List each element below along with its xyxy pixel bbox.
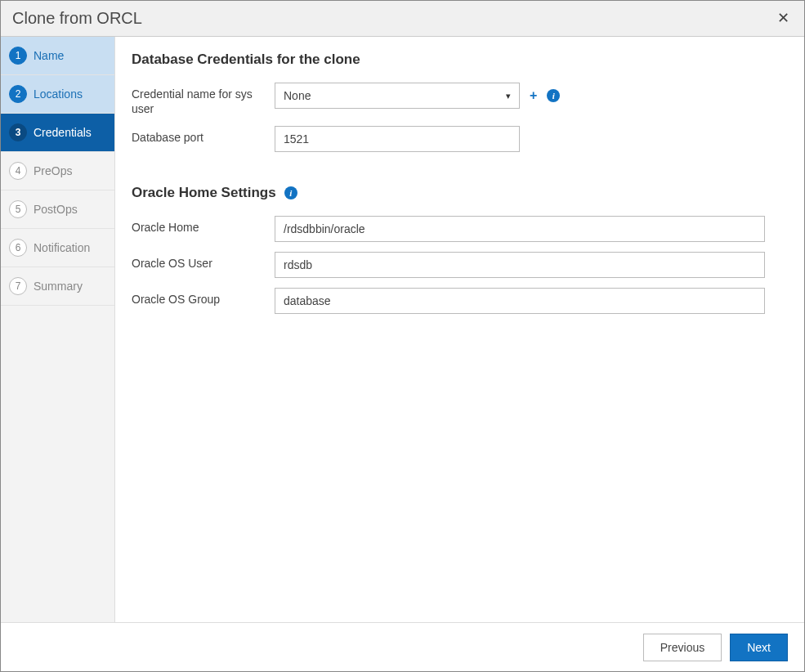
section-title-text: Oracle Home Settings (132, 185, 276, 201)
oracle-os-user-label: Oracle OS User (132, 252, 275, 271)
step-postops[interactable]: 5 PostOps (1, 190, 114, 229)
step-number: 3 (9, 123, 27, 141)
step-number: 1 (9, 47, 27, 65)
db-credentials-heading: Database Credentials for the clone (132, 52, 785, 68)
step-number: 4 (9, 162, 27, 180)
oracle-os-group-label: Oracle OS Group (132, 288, 275, 307)
modal-body: 1 Name 2 Locations 3 Credentials 4 PreOp… (1, 37, 804, 622)
step-label: Name (34, 49, 64, 62)
spacer (132, 162, 785, 185)
credential-name-select[interactable]: None ▾ (275, 83, 520, 109)
step-number: 6 (9, 239, 27, 257)
step-credentials[interactable]: 3 Credentials (1, 114, 114, 152)
next-button[interactable]: Next (730, 634, 788, 661)
clone-wizard-modal: Clone from ORCL ✕ 1 Name 2 Locations 3 C… (0, 0, 805, 672)
database-port-input[interactable] (275, 126, 520, 152)
step-name[interactable]: 1 Name (1, 37, 114, 75)
wizard-sidebar: 1 Name 2 Locations 3 Credentials 4 PreOp… (1, 37, 115, 622)
step-locations[interactable]: 2 Locations (1, 75, 114, 114)
modal-header: Clone from ORCL ✕ (1, 1, 804, 37)
step-label: Credentials (34, 126, 92, 139)
oracle-home-input[interactable] (275, 216, 765, 242)
row-oracle-os-user: Oracle OS User (132, 252, 785, 278)
step-summary[interactable]: 7 Summary (1, 267, 114, 306)
step-label: Locations (34, 87, 83, 101)
step-notification[interactable]: 6 Notification (1, 229, 114, 267)
step-number: 5 (9, 200, 27, 218)
info-icon[interactable]: i (547, 89, 560, 102)
oracle-home-label: Oracle Home (132, 216, 275, 235)
database-port-label: Database port (132, 126, 275, 146)
database-port-controls (275, 126, 520, 152)
close-icon[interactable]: ✕ (772, 6, 794, 30)
chevron-down-icon: ▾ (506, 91, 511, 101)
credential-name-label: Credential name for sys user (132, 83, 275, 116)
wizard-content: Database Credentials for the clone Crede… (115, 37, 804, 622)
add-credential-icon[interactable]: + (530, 88, 537, 103)
step-label: Summary (34, 280, 83, 293)
row-database-port: Database port (132, 126, 785, 152)
row-credential-name: Credential name for sys user None ▾ + i (132, 83, 785, 116)
oracle-os-group-input[interactable] (275, 288, 765, 314)
row-oracle-os-group: Oracle OS Group (132, 288, 785, 314)
oracle-home-heading: Oracle Home Settings i (132, 185, 785, 201)
info-icon[interactable]: i (284, 186, 297, 199)
credential-name-value: None (284, 89, 311, 102)
section-title-text: Database Credentials for the clone (132, 52, 360, 68)
step-number: 2 (9, 85, 27, 103)
step-preops[interactable]: 4 PreOps (1, 152, 114, 190)
modal-footer: Previous Next (1, 622, 804, 671)
modal-title: Clone from ORCL (12, 9, 142, 28)
step-label: PostOps (34, 203, 78, 216)
oracle-os-user-input[interactable] (275, 252, 765, 278)
step-label: Notification (34, 241, 90, 254)
previous-button[interactable]: Previous (643, 634, 722, 661)
step-label: PreOps (34, 164, 72, 177)
credential-name-controls: None ▾ + i (275, 83, 560, 109)
step-number: 7 (9, 277, 27, 295)
row-oracle-home: Oracle Home (132, 216, 785, 242)
